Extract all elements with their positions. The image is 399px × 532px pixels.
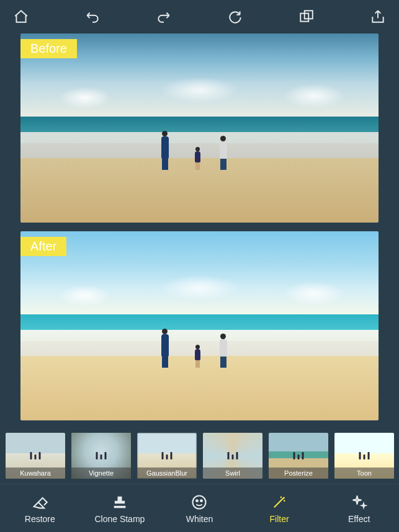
wand-icon bbox=[271, 494, 288, 511]
tab-restore[interactable]: Restore bbox=[6, 493, 74, 524]
filter-label: GaussianBlur bbox=[137, 468, 197, 479]
share-button[interactable] bbox=[368, 7, 388, 27]
bottom-tabs: Restore Clone Stamp Whiten Filter Effect bbox=[0, 484, 399, 532]
filter-kuwahara[interactable]: Kuwahara bbox=[6, 433, 65, 479]
filter-posterize[interactable]: Posterize bbox=[269, 433, 328, 479]
compare-button[interactable] bbox=[297, 7, 316, 27]
svg-point-5 bbox=[201, 500, 203, 502]
preview-area: Before After bbox=[0, 33, 399, 433]
stamp-icon bbox=[111, 494, 128, 511]
tab-label: Effect bbox=[348, 514, 370, 524]
home-button[interactable] bbox=[11, 7, 31, 27]
face-icon bbox=[191, 494, 208, 511]
after-image bbox=[20, 231, 379, 420]
filter-label: Swirl bbox=[203, 468, 262, 479]
tab-effect[interactable]: Effect bbox=[325, 493, 393, 524]
filter-label: Vignette bbox=[71, 468, 131, 479]
tab-label: Whiten bbox=[186, 514, 213, 524]
before-panel: Before bbox=[20, 33, 379, 223]
filter-label: Toon bbox=[334, 468, 394, 479]
undo-button[interactable] bbox=[83, 7, 102, 27]
tab-clone-stamp[interactable]: Clone Stamp bbox=[86, 493, 154, 524]
filter-strip[interactable]: Kuwahara Vignette GaussianBlur Swirl Pos… bbox=[0, 433, 399, 484]
tab-label: Filter bbox=[270, 514, 289, 524]
filter-vignette[interactable]: Vignette bbox=[71, 433, 131, 479]
before-image bbox=[20, 33, 379, 223]
compare-icon bbox=[298, 9, 315, 25]
after-panel: After bbox=[20, 231, 379, 420]
svg-point-4 bbox=[197, 500, 199, 502]
tab-label: Clone Stamp bbox=[94, 514, 145, 524]
svg-point-3 bbox=[193, 495, 206, 508]
before-badge: Before bbox=[20, 39, 77, 58]
filter-label: Kuwahara bbox=[6, 468, 65, 479]
filter-toon[interactable]: Toon bbox=[334, 433, 394, 479]
undo-icon bbox=[84, 9, 101, 25]
home-icon bbox=[13, 9, 29, 25]
filter-swirl[interactable]: Swirl bbox=[203, 433, 262, 479]
filter-gaussianblur[interactable]: GaussianBlur bbox=[137, 433, 197, 479]
share-icon bbox=[370, 9, 386, 25]
after-badge: After bbox=[20, 237, 66, 256]
sparkle-icon bbox=[351, 494, 368, 511]
tab-label: Restore bbox=[25, 514, 55, 524]
redo-icon bbox=[156, 9, 172, 25]
top-toolbar bbox=[0, 0, 399, 33]
refresh-button[interactable] bbox=[225, 7, 245, 27]
refresh-icon bbox=[227, 9, 243, 25]
tab-filter[interactable]: Filter bbox=[245, 493, 313, 524]
redo-button[interactable] bbox=[154, 7, 174, 27]
eraser-icon bbox=[31, 494, 48, 511]
filter-label: Posterize bbox=[269, 468, 328, 479]
tab-whiten[interactable]: Whiten bbox=[165, 493, 233, 524]
svg-rect-2 bbox=[114, 505, 126, 508]
